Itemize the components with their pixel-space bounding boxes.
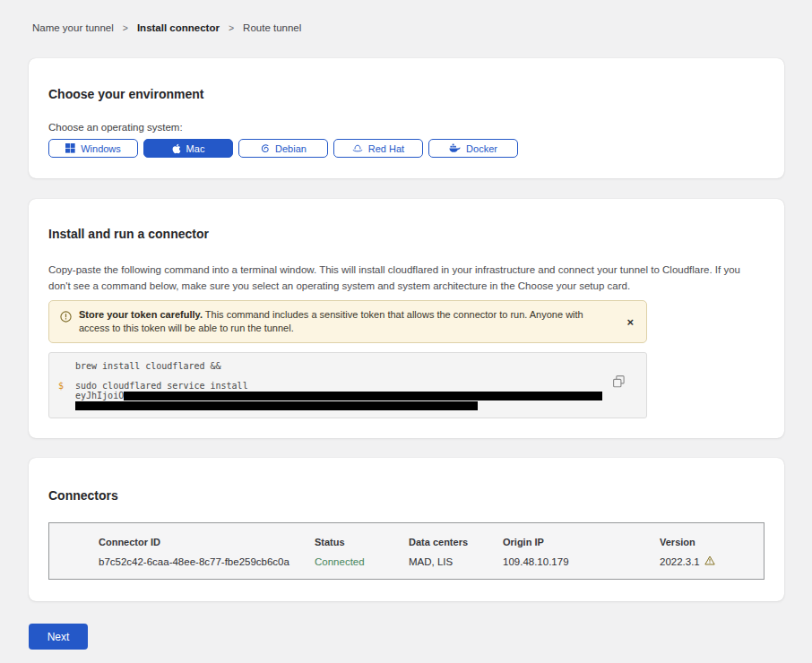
command-line-1: brew install cloudflared && — [75, 361, 646, 371]
os-button-docker[interactable]: Docker — [428, 139, 518, 158]
install-card-title: Install and run a connector — [48, 227, 764, 241]
warning-triangle-icon — [704, 555, 715, 568]
environment-card-title: Choose your environment — [48, 87, 764, 101]
command-line-2: sudo cloudflared service install — [75, 381, 646, 391]
connectors-table: Connector ID Status Data centers Origin … — [48, 522, 764, 580]
close-icon[interactable]: × — [626, 316, 634, 328]
windows-icon — [65, 143, 75, 153]
os-button-mac[interactable]: Mac — [143, 139, 233, 158]
breadcrumb: Name your tunnel > Install connector > R… — [0, 0, 812, 33]
token-warning-banner: Store your token carefully. This command… — [48, 300, 647, 343]
breadcrumb-step-install-connector[interactable]: Install connector — [137, 22, 220, 33]
tunnel-setup-page: Name your tunnel > Install connector > R… — [0, 0, 812, 663]
column-header-status: Status — [315, 537, 409, 548]
column-header-connector-id: Connector ID — [99, 537, 315, 548]
connectors-table-header: Connector ID Status Data centers Origin … — [99, 537, 764, 548]
docker-icon — [449, 143, 461, 153]
os-button-debian[interactable]: Debian — [238, 139, 328, 158]
column-header-data-centers: Data centers — [409, 537, 503, 548]
data-centers-value: MAD, LIS — [409, 556, 503, 568]
shell-prompt: $ — [58, 381, 64, 391]
token-prefix: eyJhIjoiO — [75, 391, 124, 400]
debian-icon — [260, 143, 270, 153]
os-button-label: Mac — [186, 143, 205, 154]
environment-card: Choose your environment Choose an operat… — [29, 58, 784, 178]
breadcrumb-step-route-tunnel[interactable]: Route tunnel — [243, 22, 301, 33]
install-description: Copy-paste the following command into a … — [48, 262, 758, 294]
command-blank-line — [75, 371, 646, 381]
connectors-card: Connectors Connector ID Status Data cent… — [29, 458, 784, 601]
os-button-label: Docker — [466, 143, 497, 154]
terminal-command-block: brew install cloudflared && sudo cloudfl… — [48, 352, 647, 418]
next-button[interactable]: Next — [29, 624, 88, 650]
connectors-card-title: Connectors — [48, 488, 764, 503]
column-header-origin-ip: Origin IP — [503, 537, 660, 548]
os-button-group: Windows Mac Debian Red Hat — [48, 139, 764, 158]
breadcrumb-separator: > — [229, 22, 234, 33]
breadcrumb-separator: > — [123, 22, 128, 33]
table-row: b7c52c42-6caa-48ee-8c77-fbe259cb6c0a Con… — [99, 555, 764, 568]
connector-id-value: b7c52c42-6caa-48ee-8c77-fbe259cb6c0a — [99, 556, 315, 568]
os-select-label: Choose an operating system: — [48, 122, 764, 133]
origin-ip-value: 109.48.10.179 — [503, 556, 660, 568]
info-circle-icon — [60, 310, 72, 326]
token-line: eyJhIjoiO — [75, 391, 646, 400]
token-warning-bold: Store your token carefully. — [79, 309, 203, 320]
os-button-redhat[interactable]: Red Hat — [333, 139, 423, 158]
token-warning-text: Store your token carefully. This command… — [79, 308, 595, 335]
token-redaction-bar — [75, 401, 478, 410]
version-value: 2022.3.1 — [660, 556, 700, 568]
os-button-label: Red Hat — [368, 143, 404, 154]
token-redaction-bar — [124, 392, 602, 400]
apple-icon — [172, 143, 181, 154]
os-button-label: Debian — [275, 143, 307, 154]
copy-icon[interactable] — [612, 375, 625, 389]
redhat-icon — [352, 143, 363, 153]
install-connector-card: Install and run a connector Copy-paste t… — [29, 199, 784, 438]
column-header-version: Version — [660, 537, 695, 548]
os-button-label: Windows — [81, 143, 121, 154]
breadcrumb-step-name-your-tunnel[interactable]: Name your tunnel — [32, 22, 114, 33]
status-badge: Connected — [315, 556, 409, 568]
os-button-windows[interactable]: Windows — [48, 139, 138, 158]
